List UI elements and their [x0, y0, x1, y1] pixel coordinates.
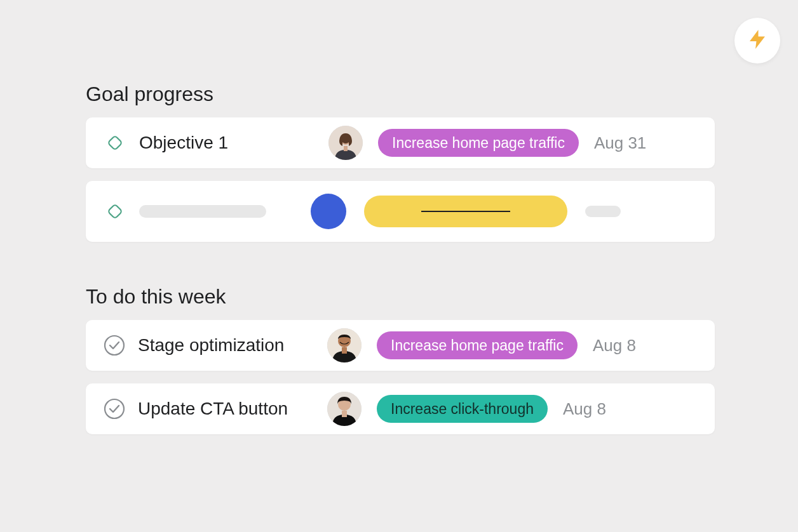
svg-rect-3: [108, 204, 123, 219]
section-title-todo: To do this week: [86, 285, 715, 309]
placeholder-tag-text-line: [421, 211, 510, 212]
due-date: Aug 8: [563, 399, 606, 419]
placeholder-date-line: [585, 206, 621, 217]
placeholder-title-line: [139, 205, 266, 218]
check-circle-icon[interactable]: [104, 335, 125, 356]
svg-point-7: [105, 399, 124, 418]
goal-diamond-icon: [104, 200, 126, 223]
todo-section: To do this week Stage optimization: [86, 285, 715, 434]
avatar[interactable]: [328, 126, 363, 160]
project-tag[interactable]: Increase click-through: [377, 395, 548, 423]
goal-row[interactable]: Objective 1 Increase home page traffic A…: [86, 117, 715, 168]
placeholder-tag: [364, 196, 567, 227]
svg-rect-0: [108, 136, 123, 150]
goal-progress-section: Goal progress Objective 1 Increase home …: [86, 83, 715, 242]
task-row[interactable]: Stage optimization Increase home page tr…: [86, 320, 715, 371]
due-date: Aug 31: [594, 133, 646, 153]
lightning-button[interactable]: [734, 18, 780, 63]
section-title-goal: Goal progress: [86, 83, 715, 106]
svg-point-4: [105, 336, 124, 355]
task-title: Stage optimization: [138, 335, 322, 356]
check-circle-icon[interactable]: [104, 398, 125, 420]
goal-row-placeholder[interactable]: [86, 181, 715, 242]
project-tag[interactable]: Increase home page traffic: [378, 129, 579, 157]
goal-diamond-icon: [104, 131, 126, 154]
project-tag[interactable]: Increase home page traffic: [377, 331, 578, 359]
due-date: Aug 8: [593, 336, 636, 356]
avatar[interactable]: [327, 328, 362, 362]
placeholder-avatar: [311, 194, 346, 229]
goal-title: Objective 1: [139, 133, 323, 153]
task-row[interactable]: Update CTA button Increase click-through…: [86, 383, 715, 434]
task-title: Update CTA button: [138, 399, 322, 419]
avatar[interactable]: [327, 392, 362, 426]
lightning-icon: [746, 28, 769, 53]
